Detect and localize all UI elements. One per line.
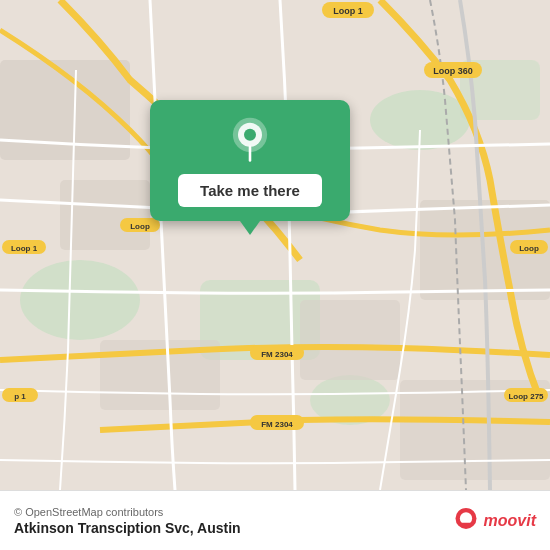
- svg-point-34: [459, 512, 471, 524]
- moovit-brand-text: moovit: [484, 512, 536, 530]
- svg-rect-9: [300, 300, 400, 380]
- svg-text:Loop: Loop: [130, 222, 150, 231]
- svg-text:Loop 1: Loop 1: [11, 244, 38, 253]
- svg-point-32: [244, 129, 256, 141]
- svg-text:Loop 360: Loop 360: [433, 66, 473, 76]
- take-me-there-button[interactable]: Take me there: [178, 174, 322, 207]
- popup-card: Take me there: [150, 100, 350, 221]
- moovit-logo: moovit: [452, 507, 536, 535]
- map-svg: Loop 1 Loop 360 Loop Loop 1 p 1 Loop Loo…: [0, 0, 550, 490]
- location-pin-icon: [226, 116, 274, 164]
- bottom-bar: © OpenStreetMap contributors Atkinson Tr…: [0, 490, 550, 550]
- svg-text:Loop 275: Loop 275: [508, 392, 544, 401]
- svg-text:p 1: p 1: [14, 392, 26, 401]
- moovit-pin-icon: [452, 507, 480, 535]
- svg-text:Loop 1: Loop 1: [333, 6, 363, 16]
- svg-point-1: [20, 260, 140, 340]
- place-name: Atkinson Transciption Svc, Austin: [14, 520, 241, 536]
- copyright-text: © OpenStreetMap contributors: [14, 506, 241, 518]
- map-container: Loop 1 Loop 360 Loop Loop 1 p 1 Loop Loo…: [0, 0, 550, 490]
- svg-text:FM 2304: FM 2304: [261, 420, 293, 429]
- svg-text:Loop: Loop: [519, 244, 539, 253]
- svg-text:FM 2304: FM 2304: [261, 350, 293, 359]
